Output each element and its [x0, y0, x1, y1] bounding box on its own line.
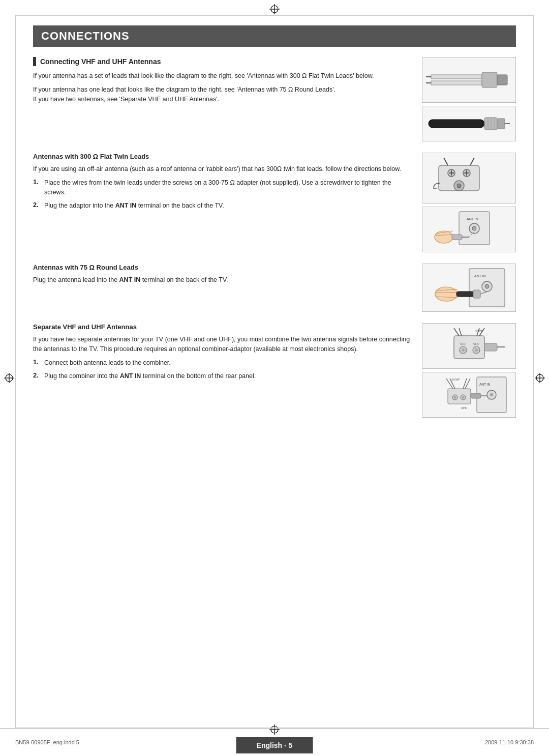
svg-text:UHF: UHF	[460, 342, 467, 345]
svg-point-49	[485, 284, 489, 288]
svg-rect-12	[431, 75, 482, 79]
svg-point-79	[462, 396, 464, 398]
content-area: CONNECTIONS Connecting VHF and UHF Anten…	[33, 25, 516, 720]
flat-item-1: 1. Place the wires from the twin leads u…	[33, 178, 412, 197]
svg-text:ANT IN: ANT IN	[474, 274, 486, 278]
section-flat-twin: Antennas with 300 Ω Flat Twin Leads If y…	[33, 153, 516, 252]
section-flat-twin-text: Antennas with 300 Ω Flat Twin Leads If y…	[33, 153, 412, 252]
diagram-ant-in-back: ANT IN	[422, 207, 516, 252]
section-vhf-uhf: Connecting VHF and UHF Antennas If your …	[33, 57, 516, 141]
svg-rect-18	[429, 120, 484, 128]
svg-rect-14	[482, 72, 497, 88]
page: CONNECTIONS Connecting VHF and UHF Anten…	[0, 0, 549, 756]
footer-center: English - 5	[236, 737, 313, 753]
diagram-flat-twin-antenna	[422, 57, 516, 103]
flat-item-2: 2. Plug the adaptor into the ANT IN term…	[33, 201, 412, 211]
svg-point-77	[454, 396, 456, 398]
vhf-para-1: If your antenna has a set of leads that …	[33, 71, 412, 81]
svg-rect-75	[448, 389, 471, 404]
svg-point-39	[472, 226, 476, 230]
svg-point-60	[462, 348, 465, 352]
svg-rect-55	[473, 290, 480, 298]
flat-intro: If you are using an off-air antenna (suc…	[33, 164, 412, 174]
flat-twin-diagrams: ANT IN	[422, 153, 516, 252]
footer-right: 2009-11-10 9:30:38	[485, 739, 534, 745]
svg-rect-13	[431, 81, 482, 85]
svg-rect-84	[471, 393, 481, 398]
diagram-adapter-screws	[422, 153, 516, 203]
svg-point-40	[435, 231, 453, 243]
footer-left: BN59-00905F_eng.indd 5	[15, 739, 79, 745]
subsection-title-vhf: Connecting VHF and UHF Antennas	[33, 57, 412, 66]
vhf-diagrams	[422, 57, 516, 141]
svg-text:⊙UHF: ⊙UHF	[475, 329, 484, 332]
page-title: CONNECTIONS	[33, 25, 516, 47]
round-para: Plug the antenna lead into the ANT IN te…	[33, 275, 412, 285]
title-bar	[33, 57, 36, 66]
section-separate: Separate VHF and UHF Antennas If you hav…	[33, 323, 516, 418]
svg-rect-68	[484, 343, 497, 351]
reg-mark-left	[4, 373, 14, 383]
subsection-title-separate: Separate VHF and UHF Antennas	[33, 323, 412, 331]
svg-point-74	[490, 393, 493, 397]
svg-rect-43	[452, 235, 462, 240]
svg-line-34	[444, 158, 448, 165]
vhf-para-2: If your antenna has one lead that looks …	[33, 85, 412, 104]
diagram-round-ant-in: ANT IN	[422, 264, 516, 312]
diagram-coax-cable	[422, 106, 516, 141]
section-round-leads-text: Antennas with 75 Ω Round Leads Plug the …	[33, 264, 412, 312]
diagram-combiner-plugged: ANT IN	[422, 372, 516, 418]
svg-line-65	[459, 328, 462, 336]
section-round-leads: Antennas with 75 Ω Round Leads Plug the …	[33, 264, 516, 312]
subsection-title-round: Antennas with 75 Ω Round Leads	[33, 264, 412, 271]
svg-text:⊙VHF: ⊙VHF	[451, 378, 460, 381]
svg-text:ANT IN: ANT IN	[479, 383, 490, 386]
svg-rect-54	[456, 292, 474, 297]
separate-item-1: 1. Connect both antenna leads to the com…	[33, 358, 412, 368]
svg-line-35	[470, 158, 474, 165]
svg-line-64	[454, 328, 459, 336]
svg-point-33	[457, 184, 461, 188]
svg-text:UHF: UHF	[461, 406, 467, 410]
subsection-title-flat: Antennas with 300 Ω Flat Twin Leads	[33, 153, 412, 160]
reg-mark-right	[535, 373, 545, 383]
section-separate-text: Separate VHF and UHF Antennas If you hav…	[33, 323, 412, 418]
svg-point-63	[475, 348, 478, 352]
svg-rect-20	[497, 119, 505, 129]
reg-mark-top	[269, 4, 280, 14]
separate-intro: If you have two separate antennas for yo…	[33, 335, 412, 354]
svg-text:VHF: VHF	[473, 342, 479, 345]
svg-text:ANT IN: ANT IN	[467, 217, 478, 221]
diagram-combiner: UHF VHF	[422, 323, 516, 369]
separate-diagrams: UHF VHF	[422, 323, 516, 418]
footer: BN59-00905F_eng.indd 5 English - 5 2009-…	[0, 728, 549, 756]
section-vhf-uhf-text: Connecting VHF and UHF Antennas If your …	[33, 57, 412, 141]
separate-item-2: 2. Plug the combiner into the ANT IN ter…	[33, 371, 412, 381]
svg-point-50	[435, 287, 458, 301]
svg-rect-15	[497, 75, 507, 85]
svg-rect-57	[454, 336, 484, 359]
round-leads-diagrams: ANT IN	[422, 264, 516, 312]
